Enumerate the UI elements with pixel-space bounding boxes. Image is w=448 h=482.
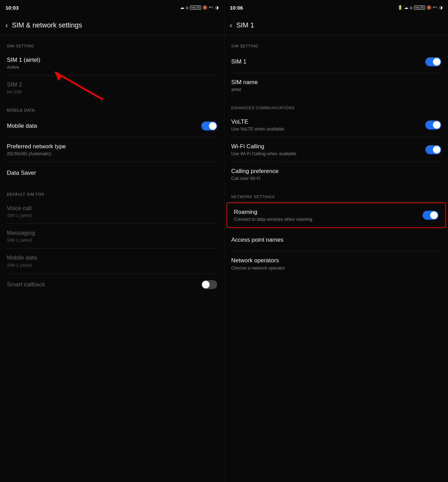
right-back-button[interactable]: ‹: [230, 21, 232, 29]
right-calling-pref-subtitle: Call over Wi-Fi: [231, 176, 441, 181]
left-smart-callback-item[interactable]: Smart callback: [0, 274, 224, 296]
left-voice-call-title: Voice call: [7, 205, 217, 212]
right-apn-item[interactable]: Access point names: [224, 229, 448, 251]
right-battery-icon: 🔋: [398, 5, 403, 10]
right-wifi-calling-left: Wi-Fi Calling Use Wi-Fi Calling when ava…: [231, 143, 425, 156]
right-network-operators-item[interactable]: Network operators Choose a network opera…: [224, 251, 448, 276]
left-network-type-item[interactable]: Preferred network type 2G/3G/4G (Automat…: [0, 137, 224, 162]
left-mobile-data-knob: [209, 122, 216, 130]
left-sim1-subtitle: Active: [7, 65, 217, 70]
left-page-title: SIM & network settings: [12, 21, 82, 29]
left-mobile-data-title: Mobile data: [7, 122, 201, 130]
right-battery-half-icon: ◑: [439, 5, 443, 10]
left-data-saver-item[interactable]: Data Saver: [0, 162, 224, 184]
right-enhanced-comms-header: ENHANCED COMMUNICATIONS: [224, 97, 448, 113]
right-sim-setting-header: SIM SETTING: [224, 36, 448, 51]
left-status-icons: ☁ ◎ VoLTE 🔕 ⁴ᴳ↑ ◑: [180, 5, 219, 10]
left-mobile-data-header: MOBILE DATA: [0, 100, 224, 115]
left-network-type-left: Preferred network type 2G/3G/4G (Automat…: [7, 143, 217, 156]
left-mute-icon: 🔕: [202, 5, 208, 10]
left-network-type-title: Preferred network type: [7, 143, 217, 150]
right-wifi-calling-subtitle: Use Wi-Fi Calling when available: [231, 151, 425, 156]
left-messaging-subtitle: SIM 1 (airtel): [7, 238, 217, 243]
left-mobile-data-default-title: Mobile data: [7, 254, 217, 262]
left-smart-callback-knob: [202, 281, 210, 288]
left-mobile-data-toggle[interactable]: [201, 122, 217, 130]
left-time: 10:03: [5, 5, 19, 11]
left-default-sim-header: DEFAULT SIM FOR: [0, 184, 224, 199]
left-network-type-subtitle: 2G/3G/4G (Automatic): [7, 151, 217, 156]
left-smart-callback-left: Smart callback: [7, 281, 201, 288]
right-roaming-toggle[interactable]: [423, 211, 438, 220]
right-network-operators-left: Network operators Choose a network opera…: [231, 257, 441, 270]
left-smart-callback-title: Smart callback: [7, 281, 201, 288]
right-wifi-calling-toggle[interactable]: [425, 145, 441, 154]
right-wifi-calling-title: Wi-Fi Calling: [231, 143, 425, 150]
right-page-title: SIM 1: [236, 21, 254, 29]
left-mobile-data-item[interactable]: Mobile data: [0, 115, 224, 137]
left-sim2-title: SIM 2: [7, 81, 217, 89]
right-sim1-toggle[interactable]: [425, 57, 441, 66]
left-status-bar: 10:03 ☁ ◎ VoLTE 🔕 ⁴ᴳ↑ ◑: [0, 0, 224, 15]
right-content: SIM SETTING SIM 1 SIM name airtel ENHANC…: [224, 36, 448, 482]
right-status-bar: 10:06 🔋 ☁ ◎ VoLTE 🔕 ⁴ᴳ↑ ◑: [224, 0, 448, 15]
right-sim1-item[interactable]: SIM 1: [224, 51, 448, 73]
left-sim2-item: SIM 2 No SIM: [0, 76, 224, 100]
right-4g-icon: ⁴ᴳ↑: [433, 6, 438, 10]
right-network-settings-header: NETWORK SETTINGS: [224, 186, 448, 202]
left-header: ‹ SIM & network settings: [0, 15, 224, 36]
right-sim-name-left: SIM name airtel: [231, 79, 441, 92]
left-voice-call-item: Voice call SIM 1 (airtel): [0, 199, 224, 223]
right-roaming-left: Roaming Connect to data services when ro…: [234, 208, 423, 222]
left-cloud-icon: ☁: [180, 5, 184, 10]
right-volte-toggle[interactable]: [425, 120, 441, 129]
left-messaging-title: Messaging: [7, 229, 217, 237]
right-network-operators-title: Network operators: [231, 257, 441, 264]
left-mobile-data-left: Mobile data: [7, 122, 201, 130]
right-roaming-knob: [430, 211, 438, 219]
left-back-button[interactable]: ‹: [5, 21, 8, 29]
right-calling-pref-item[interactable]: Calling preference Call over Wi-Fi: [224, 162, 448, 186]
right-roaming-subtitle: Connect to data services when roaming: [234, 217, 423, 222]
left-mobile-data-default-item: Mobile data SIM 1 (airtel): [0, 249, 224, 273]
right-sim-name-title: SIM name: [231, 79, 441, 86]
left-location-icon: ◎: [186, 6, 189, 10]
right-sim-name-item[interactable]: SIM name airtel: [224, 73, 448, 97]
left-sim2-left: SIM 2 No SIM: [7, 81, 217, 94]
right-mute-icon: 🔕: [426, 5, 432, 10]
left-4g-icon: ⁴ᴳ↑: [209, 6, 214, 10]
left-voice-call-subtitle: SIM 1 (airtel): [7, 213, 217, 218]
right-header: ‹ SIM 1: [224, 15, 448, 36]
left-battery-icon: ◑: [215, 5, 219, 10]
right-apn-title: Access point names: [231, 236, 441, 244]
left-sim1-item[interactable]: SIM 1 (airtel) Active: [0, 51, 224, 75]
right-volte-icon: VoLTE: [414, 5, 425, 10]
right-volte-subtitle: Use VoLTE when available: [231, 126, 425, 131]
right-location-icon: ◎: [410, 6, 413, 10]
right-calling-pref-title: Calling preference: [231, 168, 441, 175]
left-messaging-left: Messaging SIM 1 (airtel): [7, 229, 217, 243]
left-sim2-subtitle: No SIM: [7, 89, 217, 94]
right-sim1-left: SIM 1: [231, 58, 425, 66]
right-wifi-calling-item[interactable]: Wi-Fi Calling Use Wi-Fi Calling when ava…: [224, 137, 448, 162]
right-cloud-icon: ☁: [404, 5, 408, 10]
right-volte-title: VoLTE: [231, 118, 425, 126]
right-apn-left: Access point names: [231, 236, 441, 244]
left-sim-setting-header: SIM SETTING: [0, 36, 224, 51]
left-mobile-data-default-subtitle: SIM 1 (airtel): [7, 263, 217, 268]
right-sim1-title: SIM 1: [231, 58, 425, 66]
right-volte-item[interactable]: VoLTE Use VoLTE when available: [224, 113, 448, 137]
right-roaming-title: Roaming: [234, 208, 423, 216]
left-smart-callback-toggle[interactable]: [201, 280, 217, 289]
right-volte-left: VoLTE Use VoLTE when available: [231, 118, 425, 131]
right-panel: 10:06 🔋 ☁ ◎ VoLTE 🔕 ⁴ᴳ↑ ◑ ‹ SIM 1 SIM SE…: [224, 0, 448, 482]
right-sim1-knob: [433, 58, 440, 66]
right-wifi-calling-knob: [433, 146, 440, 153]
right-status-icons: 🔋 ☁ ◎ VoLTE 🔕 ⁴ᴳ↑ ◑: [398, 5, 443, 10]
right-roaming-item[interactable]: Roaming Connect to data services when ro…: [226, 202, 446, 228]
right-network-operators-subtitle: Choose a network operator: [231, 265, 441, 271]
left-content: SIM SETTING SIM 1 (airtel) Active SIM 2 …: [0, 36, 224, 482]
left-volte-icon: VoLTE: [190, 5, 201, 10]
right-volte-knob: [433, 121, 440, 129]
left-data-saver-left: Data Saver: [7, 169, 217, 177]
